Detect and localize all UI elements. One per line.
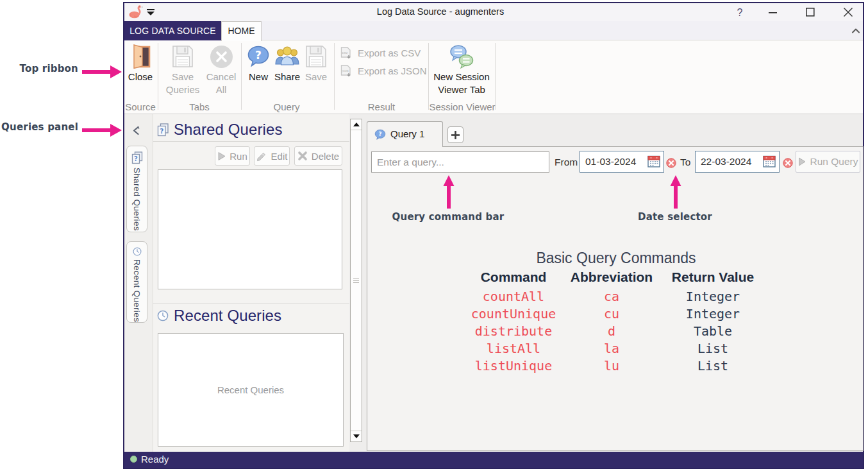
shared-queries-list[interactable] (158, 169, 342, 289)
sidebar-tab-recent-queries[interactable]: Recent Queries (126, 241, 147, 323)
column-header-return-value: Return Value (652, 270, 774, 285)
abbreviation-cell: cu (557, 305, 666, 323)
new-query-button[interactable]: ? New (242, 44, 274, 83)
question-bubble-icon: ? (247, 44, 270, 69)
run-label: Run (230, 151, 247, 162)
app-window: Log Data Source - augmenters ? LOG DATA … (123, 2, 864, 469)
group-label-result: Result (349, 101, 413, 112)
column-header-abbreviation: Abbreviation (557, 270, 666, 285)
ribbon-tab-row: LOG DATA SOURCE HOME (124, 21, 863, 40)
scroll-down-button[interactable] (351, 431, 362, 441)
return-value-cell: List (652, 340, 774, 357)
csv-file-icon: csv (340, 47, 352, 59)
status-green-dot-icon (130, 456, 137, 463)
group-label-query: Query (255, 101, 319, 112)
clear-from-date-icon[interactable] (666, 158, 676, 168)
from-date-field[interactable]: 01-03-2024 (580, 151, 664, 173)
run-query-button[interactable]: Run Query (796, 151, 860, 173)
cancel-all-button[interactable]: Cancel All (202, 44, 240, 96)
scrollbar-thumb[interactable] (351, 131, 362, 430)
add-tab-button[interactable] (447, 126, 463, 143)
edit-button[interactable]: Edit (254, 146, 290, 166)
group-label-session-viewer: Session Viewer (427, 101, 497, 112)
to-date-value: 22-03-2024 (701, 151, 751, 172)
clear-to-date-icon[interactable] (783, 158, 793, 168)
group-separator (158, 43, 158, 110)
to-date-field[interactable]: 22-03-2024 (695, 151, 780, 173)
panel-divider (153, 303, 349, 304)
collapse-ribbon-icon[interactable] (851, 26, 861, 35)
help-button[interactable]: ? (731, 5, 749, 20)
sidebar-tab-shared-queries[interactable]: ? Shared Queries (126, 146, 147, 232)
command-cell: listAll (456, 340, 571, 357)
minimize-button[interactable] (764, 4, 783, 20)
scrollbar-grip (353, 278, 359, 283)
calendar-icon[interactable] (763, 155, 776, 167)
maximize-button[interactable] (801, 4, 820, 20)
arrow-up-icon (443, 175, 455, 209)
sidebar-tab-shared-queries-label: Shared Queries (132, 167, 142, 231)
delete-button[interactable]: Delete (294, 146, 342, 166)
abbreviation-cell: la (557, 340, 666, 357)
panel-scrollbar[interactable] (350, 119, 362, 442)
close-source-button[interactable]: Close (124, 44, 156, 83)
chat-bubbles-icon (449, 44, 474, 69)
quick-access-dropdown-icon[interactable] (146, 9, 155, 16)
command-cell: listUnique (456, 357, 571, 375)
tab-query-1-label: Query 1 (390, 122, 424, 148)
return-value-cell: Integer (652, 305, 774, 323)
maximize-icon (806, 8, 815, 17)
from-date-value: 01-03-2024 (585, 151, 636, 172)
play-icon (798, 157, 806, 166)
query-input[interactable] (371, 151, 549, 173)
query-content: From 01-03-2024 (367, 146, 864, 451)
recent-queries-list[interactable]: Recent Queries (158, 333, 344, 447)
arrow-right-icon (81, 123, 122, 137)
tab-home[interactable]: HOME (221, 21, 262, 41)
export-json-button[interactable]: JSON Export as JSON (340, 64, 427, 77)
annotation-date-selector: Date selector (598, 211, 752, 223)
column-header-command: Command (456, 270, 571, 285)
return-value-cell: Table (652, 323, 774, 340)
floppy-disk-icon (172, 44, 194, 69)
save-queries-button[interactable]: Save Queries (162, 44, 203, 96)
from-label: From (555, 151, 578, 173)
arrow-up-icon (670, 175, 681, 209)
run-button[interactable]: Run (215, 146, 250, 166)
json-file-icon: JSON (340, 65, 352, 77)
shared-queries-header: ? Shared Queries (157, 121, 283, 139)
window-close-button[interactable] (839, 4, 858, 20)
share-button[interactable]: Share (271, 44, 303, 83)
recent-queries-clock-icon (131, 247, 143, 256)
abbreviation-cell: lu (557, 357, 666, 375)
scroll-up-button[interactable] (351, 119, 362, 130)
recent-queries-header: Recent Queries (157, 307, 281, 325)
run-query-label: Run Query (810, 156, 858, 167)
floppy-disk-icon (305, 44, 327, 69)
question-bubble-icon: ? (374, 129, 386, 141)
commands-table-title: Basic Query Commands (520, 250, 712, 267)
svg-text:?: ? (160, 126, 163, 134)
calendar-icon[interactable] (647, 155, 660, 167)
delete-label: Delete (312, 151, 339, 162)
recent-queries-title: Recent Queries (174, 307, 281, 325)
group-separator (334, 43, 335, 110)
return-value-cell: Integer (652, 288, 774, 305)
return-value-cell: List (652, 357, 774, 375)
export-csv-button[interactable]: csv Export as CSV (340, 46, 421, 59)
collapse-panel-icon[interactable] (131, 126, 140, 135)
abbreviation-cell: ca (557, 288, 666, 305)
minimize-icon (769, 8, 778, 17)
tab-log-data-source[interactable]: LOG DATA SOURCE (124, 21, 221, 40)
triangle-down-icon (353, 434, 360, 438)
save-query-button[interactable]: Save (300, 44, 332, 83)
tab-query-1[interactable]: ? Query 1 (367, 121, 443, 147)
cancel-all-label: Cancel All (202, 71, 240, 96)
shared-queries-title: Shared Queries (174, 121, 283, 139)
new-session-viewer-tab-button[interactable]: New Session Viewer Tab (426, 44, 497, 96)
shared-queries-icon: ? (157, 123, 169, 137)
status-bar: Ready (124, 452, 863, 468)
group-separator (241, 43, 242, 110)
group-label-source: Source (124, 101, 156, 112)
flamingo-app-icon[interactable] (128, 4, 145, 20)
